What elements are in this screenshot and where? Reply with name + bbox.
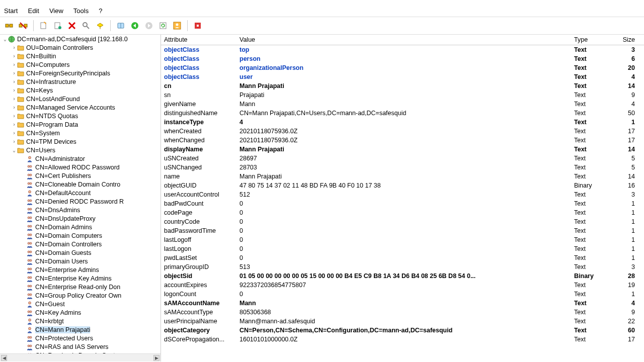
new-entry-icon[interactable] xyxy=(38,20,50,32)
table-row[interactable]: accountExpires9223372036854775807Text19 xyxy=(161,281,644,290)
tree-node[interactable]: ›CN=Allowed RODC Password xyxy=(0,163,160,171)
refresh-icon[interactable] xyxy=(157,20,169,32)
table-row[interactable]: objectGUID47 80 75 14 37 02 11 48 BD FA … xyxy=(161,181,644,190)
tree-node[interactable]: ›CN=Mann Prajapati xyxy=(0,325,160,334)
chevron-right-icon[interactable]: › xyxy=(11,96,17,102)
tree-node[interactable]: ›CN=Cloneable Domain Contro xyxy=(0,180,160,189)
tree-node[interactable]: ›CN=Enterprise Admins xyxy=(0,265,160,274)
col-type[interactable]: Type xyxy=(571,35,609,45)
table-row[interactable]: displayNameMann PrajapatiText14 xyxy=(161,145,644,154)
tree-node[interactable]: ›CN=Infrastructure xyxy=(0,77,160,86)
col-size[interactable]: Size xyxy=(609,35,644,45)
table-row[interactable]: objectClassorganizationalPersonText20 xyxy=(161,63,644,72)
attribute-list[interactable]: Attribute Value Type Size objectClasstop… xyxy=(161,35,644,361)
chevron-right-icon[interactable]: › xyxy=(11,45,17,50)
tree-node[interactable]: ⌄CN=Users xyxy=(0,146,160,154)
tree-node[interactable]: ›CN=System xyxy=(0,129,160,137)
tree-node[interactable]: ›CN=Protected Users xyxy=(0,334,160,342)
tree-node[interactable]: ›CN=Domain Guests xyxy=(0,248,160,257)
table-row[interactable]: snPrajapatiText9 xyxy=(161,90,644,100)
table-row[interactable]: objectClasspersonText6 xyxy=(161,54,644,63)
menu-tools[interactable]: Tools xyxy=(73,7,89,15)
menu-view[interactable]: View xyxy=(49,7,63,15)
table-row[interactable]: sAMAccountNameMannText4 xyxy=(161,299,644,308)
menu-help[interactable]: ? xyxy=(99,7,102,15)
tree-node[interactable]: ›CN=krbtgt xyxy=(0,317,160,325)
tree-node[interactable]: ›CN=Domain Users xyxy=(0,257,160,265)
tree-hscrollbar[interactable]: ◀ ▶ xyxy=(0,353,160,361)
chevron-right-icon[interactable]: › xyxy=(11,139,17,144)
table-row[interactable]: objectClassuserText4 xyxy=(161,72,644,81)
tree-node[interactable]: ›CN=ForeignSecurityPrincipals xyxy=(0,69,160,77)
delete-icon[interactable] xyxy=(66,20,78,32)
search-icon[interactable] xyxy=(80,20,92,32)
table-row[interactable]: objectSid01 05 00 00 00 00 00 05 15 00 0… xyxy=(161,272,644,281)
tree-node[interactable]: ›CN=Builtin xyxy=(0,52,160,60)
col-value[interactable]: Value xyxy=(236,35,571,45)
table-row[interactable]: nameMann PrajapatiText14 xyxy=(161,172,644,181)
chevron-right-icon[interactable]: › xyxy=(11,130,17,136)
connect-icon[interactable] xyxy=(3,20,15,32)
table-row[interactable]: sAMAccountType805306368Text9 xyxy=(161,308,644,317)
tree-node[interactable]: ›CN=DnsAdmins xyxy=(0,206,160,214)
menu-edit[interactable]: Edit xyxy=(28,7,39,15)
table-row[interactable]: uSNChanged28703Text5 xyxy=(161,163,644,172)
tree-node[interactable]: ›CN=Cert Publishers xyxy=(0,171,160,180)
table-row[interactable]: instanceType4Text1 xyxy=(161,118,644,127)
chevron-right-icon[interactable]: › xyxy=(11,53,17,59)
tree-node[interactable]: ›CN=DefaultAccount xyxy=(0,189,160,197)
tree-node[interactable]: ›CN=Program Data xyxy=(0,120,160,129)
chevron-down-icon[interactable]: ⌄ xyxy=(2,36,8,42)
table-row[interactable]: countryCode0Text1 xyxy=(161,217,644,226)
tree-node[interactable]: ›CN=Domain Computers xyxy=(0,231,160,240)
tree-node[interactable]: ›CN=Key Admins xyxy=(0,308,160,317)
back-icon[interactable] xyxy=(129,20,141,32)
table-row[interactable]: dSCorePropagation...16010101000000.0ZTex… xyxy=(161,335,644,344)
tree-node[interactable]: ›CN=DnsUpdateProxy xyxy=(0,214,160,223)
tree-node[interactable]: ›CN=Computers xyxy=(0,60,160,69)
table-row[interactable]: cnMann PrajapatiText14 xyxy=(161,81,644,90)
table-row[interactable]: whenChanged20210118075936.0ZText17 xyxy=(161,136,644,145)
tree-node[interactable]: ›CN=RAS and IAS Servers xyxy=(0,342,160,351)
tree-node[interactable]: ›CN=Enterprise Key Admins xyxy=(0,274,160,283)
table-row[interactable]: lastLogoff0Text1 xyxy=(161,235,644,244)
tree-node[interactable]: ›CN=Denied RODC Password R xyxy=(0,197,160,206)
table-row[interactable]: givenNameMannText4 xyxy=(161,100,644,109)
tree-node[interactable]: ›CN=Managed Service Accounts xyxy=(0,103,160,112)
table-row[interactable]: badPasswordTime0Text1 xyxy=(161,226,644,235)
table-row[interactable]: userAccountControl512Text3 xyxy=(161,190,644,199)
edit-entry-icon[interactable] xyxy=(52,20,64,32)
tree-node[interactable]: ›CN=Keys xyxy=(0,86,160,95)
table-row[interactable]: codePage0Text1 xyxy=(161,208,644,217)
tree-node[interactable]: ›CN=LostAndFound xyxy=(0,95,160,103)
forward-icon[interactable] xyxy=(143,20,155,32)
menu-start[interactable]: Start xyxy=(4,7,18,15)
chevron-right-icon[interactable]: › xyxy=(11,113,17,119)
user-mgmt-icon[interactable] xyxy=(171,20,183,32)
tree-node[interactable]: ›CN=Enterprise Read-only Don xyxy=(0,283,160,291)
scroll-right-icon[interactable]: ▶ xyxy=(153,355,159,361)
chevron-right-icon[interactable]: › xyxy=(11,122,17,127)
tree-node[interactable]: ›CN=Domain Admins xyxy=(0,223,160,231)
table-row[interactable]: distinguishedNameCN=Mann Prajapati,CN=Us… xyxy=(161,109,644,118)
stop-icon[interactable] xyxy=(192,20,204,32)
tree-node[interactable]: ›OU=Domain Controllers xyxy=(0,43,160,52)
table-row[interactable]: logonCount0Text1 xyxy=(161,290,644,299)
tree-node[interactable]: ›CN=TPM Devices xyxy=(0,137,160,146)
table-row[interactable]: objectCategoryCN=Person,CN=Schema,CN=Con… xyxy=(161,326,644,335)
bookmark-icon[interactable] xyxy=(115,20,127,32)
table-row[interactable]: pwdLastSet0Text1 xyxy=(161,253,644,262)
table-header-row[interactable]: Attribute Value Type Size xyxy=(161,35,644,45)
table-row[interactable]: userPrincipalNameMann@mann-ad.safesquidT… xyxy=(161,317,644,326)
tree-node[interactable]: ›CN=Domain Controllers xyxy=(0,240,160,248)
table-row[interactable]: whenCreated20210118075936.0ZText17 xyxy=(161,127,644,136)
tree-node[interactable]: ⌄DC=mann-ad,DC=safesquid [192.168.0 xyxy=(0,35,160,43)
tree-node[interactable]: ›CN=Group Policy Creator Own xyxy=(0,291,160,300)
chevron-right-icon[interactable]: › xyxy=(11,79,17,84)
chevron-right-icon[interactable]: › xyxy=(11,62,17,67)
col-attribute[interactable]: Attribute xyxy=(161,35,236,45)
chevron-right-icon[interactable]: › xyxy=(11,105,17,110)
tree-scroll[interactable]: ⌄DC=mann-ad,DC=safesquid [192.168.0›OU=D… xyxy=(0,35,160,353)
table-row[interactable]: lastLogon0Text1 xyxy=(161,244,644,253)
chevron-right-icon[interactable]: › xyxy=(11,70,17,76)
